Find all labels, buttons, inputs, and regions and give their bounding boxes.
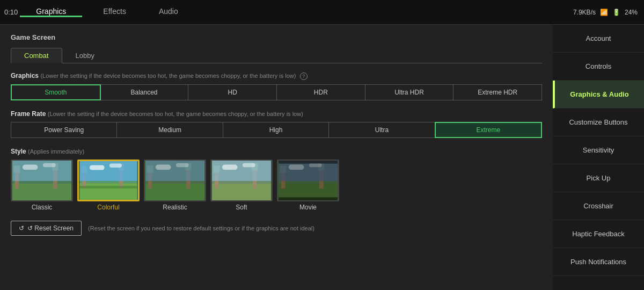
sidebar-item-push[interactable]: Push Notifications [553,248,644,276]
style-movie[interactable]: Movie [277,160,339,211]
graphics-options: Smooth Balanced HD HDR Ultra HDR Extreme… [11,84,542,100]
sidebar-item-haptic[interactable]: Haptic Feedback [553,220,644,248]
style-colorful[interactable]: Colorful [77,160,140,211]
graphics-smooth[interactable]: Smooth [11,84,101,100]
svg-rect-10 [79,183,137,199]
sidebar-item-graphics-audio[interactable]: Graphics & Audio [553,81,644,108]
style-realistic-img [144,160,206,201]
top-bar-right: 7.9KB/s 📶 🔋 24% [567,0,644,24]
svg-rect-36 [243,163,255,168]
style-section: Style (Applies immediately) [11,148,542,211]
signal-icon: 📶 [600,9,608,16]
svg-rect-44 [289,164,304,169]
battery-percent: 24% [625,9,638,16]
style-colorful-label: Colorful [97,204,119,211]
style-colorful-img [77,160,140,201]
svg-rect-43 [279,161,338,181]
style-soft-label: Soft [236,204,247,211]
framerate-options: Power Saving Medium High Ultra Extreme [11,122,542,138]
content-area: Game Screen Combat Lobby Graphics (Lower… [0,25,553,290]
framerate-ultra[interactable]: Ultra [329,122,435,137]
graphics-extreme-hdr[interactable]: Extreme HDR [453,85,541,100]
framerate-high[interactable]: High [223,122,329,137]
style-soft[interactable]: Soft [210,160,273,211]
svg-rect-34 [212,161,271,181]
sub-tabs: Combat Lobby [11,48,542,63]
top-bar-left: 0:10 Graphics Effects Audio [0,0,567,24]
style-realistic[interactable]: Realistic [144,160,206,211]
svg-rect-8 [43,163,56,168]
graphics-section: Graphics (Lower the setting if the devic… [11,72,542,100]
svg-rect-20 [145,184,204,200]
framerate-extreme[interactable]: Extreme [435,122,542,138]
framerate-powersaving[interactable]: Power Saving [11,122,117,137]
reset-note: (Reset the screen if you need to restore… [88,225,314,231]
reset-icon: ↺ [19,224,24,232]
graphics-hdr[interactable]: HDR [277,85,365,100]
style-classic-img [11,160,73,201]
graphics-hd[interactable]: HD [188,85,277,100]
svg-rect-25 [145,161,204,181]
svg-rect-47 [279,197,338,200]
svg-rect-16 [90,165,105,170]
style-classic[interactable]: Classic [11,160,73,211]
reset-bar: ↺ ↺ Reset Screen (Reset the screen if yo… [11,221,542,236]
graphics-ultra-hdr[interactable]: Ultra HDR [365,85,454,100]
sidebar-item-crosshair[interactable]: Crosshair [553,192,644,220]
effects-tab[interactable]: Effects [87,7,142,17]
svg-rect-27 [176,163,189,168]
timer-value: 0:10 [4,8,18,16]
battery-icon: 🔋 [612,9,620,16]
style-label: Style (Applies immediately) [11,148,542,155]
style-movie-label: Movie [299,204,317,211]
style-realistic-label: Realistic [163,204,187,211]
style-soft-img [210,160,273,201]
framerate-label: Frame Rate (Lower the setting if the dev… [11,110,542,118]
style-cards: Classic [11,160,542,211]
svg-rect-17 [109,163,122,167]
sidebar-item-sensitivity[interactable]: Sensitivity [553,136,644,164]
top-bar: 0:10 Graphics Effects Audio 7.9KB/s 📶 🔋 … [0,0,644,25]
framerate-section: Frame Rate (Lower the setting if the dev… [11,110,542,138]
style-movie-img [277,160,339,201]
graphics-label: Graphics (Lower the setting if the devic… [11,72,542,80]
svg-rect-6 [12,161,71,181]
svg-rect-26 [156,164,171,169]
svg-rect-7 [23,164,38,169]
sidebar-item-pickup[interactable]: Pick Up [553,164,644,192]
reset-screen-button[interactable]: ↺ ↺ Reset Screen [11,221,82,236]
svg-rect-15 [79,161,137,181]
svg-rect-18 [79,186,137,189]
graphics-help-icon[interactable]: ? [300,73,308,80]
sidebar: Account Controls Graphics & Audio Custom… [553,25,644,290]
timer: 0:10 Graphics [0,7,86,17]
graphics-balanced[interactable]: Balanced [100,85,189,100]
style-classic-label: Classic [32,204,53,211]
svg-rect-1 [12,184,71,200]
sidebar-item-account[interactable]: Account [553,25,644,53]
section-title: Game Screen [11,33,542,41]
reset-label: ↺ Reset Screen [27,224,74,232]
svg-rect-45 [309,163,322,168]
framerate-medium[interactable]: Medium [117,122,223,137]
sidebar-item-controls[interactable]: Controls [553,53,644,81]
svg-rect-29 [212,184,271,200]
svg-rect-35 [222,164,237,169]
tab-lobby[interactable]: Lobby [62,48,108,63]
tab-combat[interactable]: Combat [11,48,62,63]
audio-tab[interactable]: Audio [143,7,194,17]
main-layout: Game Screen Combat Lobby Graphics (Lower… [0,25,644,290]
graphics-tab[interactable]: Graphics [20,7,82,17]
svg-rect-46 [279,161,338,164]
network-speed: 7.9KB/s [573,9,596,16]
sidebar-item-customize[interactable]: Customize Buttons [553,108,644,136]
